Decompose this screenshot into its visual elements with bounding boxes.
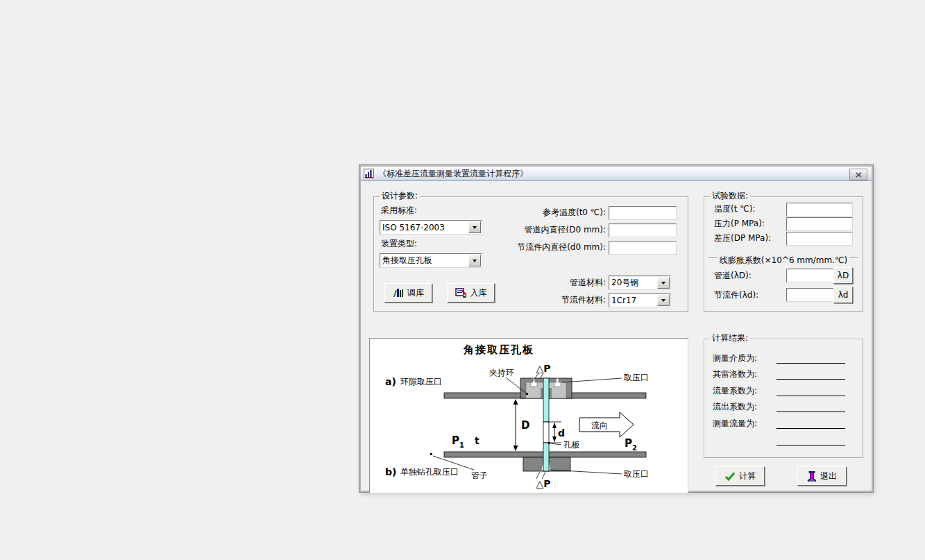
pipe-material-label: 管道材料: bbox=[485, 278, 606, 287]
floppy-save-icon bbox=[455, 288, 467, 298]
orifice-bore bbox=[543, 422, 549, 443]
ref-temp-input[interactable] bbox=[609, 206, 677, 220]
p2-sub: 2 bbox=[632, 444, 637, 452]
load-db-label: 调库 bbox=[407, 287, 424, 299]
pipe-material-value: 20号钢 bbox=[609, 277, 656, 289]
result-reynolds-label: 其雷洛数为: bbox=[713, 369, 757, 379]
dim-d-arrowhead bbox=[552, 436, 557, 442]
result-extra-line bbox=[777, 445, 845, 446]
load-db-button[interactable]: 调库 bbox=[384, 283, 432, 303]
icon-bar bbox=[371, 170, 372, 177]
section-a-label: 环隙取压口 bbox=[400, 377, 442, 387]
section-a-prefix: a) bbox=[385, 376, 396, 387]
section-b-label: 单独钻孔取压口 bbox=[400, 467, 459, 477]
pipe-diameter-label: 管道内直径(D0 mm): bbox=[485, 225, 606, 235]
pressure-input[interactable] bbox=[786, 217, 853, 231]
orifice-plate-upper bbox=[543, 378, 549, 422]
design-params-caption: 设计参数: bbox=[380, 192, 420, 201]
dim-D-arrowhead bbox=[514, 446, 518, 451]
dim-d-label: d bbox=[558, 427, 565, 439]
chevron-down-icon[interactable] bbox=[657, 294, 670, 306]
pipe-diameter-input[interactable] bbox=[609, 223, 677, 237]
close-x bbox=[856, 173, 861, 177]
results-caption: 计算结果: bbox=[710, 334, 750, 343]
test-data-group: 试验数据: 温度(t ℃): 压力(P MPa): 差压(DP MPa): 线膨… bbox=[704, 196, 863, 312]
throttle-diameter-input[interactable] bbox=[609, 241, 677, 255]
pipe-lambda-button[interactable]: λD bbox=[833, 267, 853, 284]
section-b-prefix: b) bbox=[385, 466, 396, 477]
standard-value: ISO 5167-2003 bbox=[380, 223, 468, 232]
icon-cap bbox=[809, 471, 815, 473]
pipe-label: 管子 bbox=[471, 470, 488, 480]
icon-bar bbox=[368, 172, 369, 177]
callout-line bbox=[551, 443, 561, 445]
standard-combobox[interactable]: ISO 5167-2003 bbox=[380, 220, 482, 235]
throttle-lambda-input[interactable] bbox=[786, 288, 835, 302]
temp-input[interactable] bbox=[786, 203, 853, 217]
close-icon bbox=[856, 172, 862, 178]
icon-baseline bbox=[365, 177, 373, 178]
diff-pressure-label: 差压(DP MPa): bbox=[714, 233, 771, 243]
device-type-value: 角接取压孔板 bbox=[380, 255, 468, 266]
design-params-group: 设计参数: 采用标准: ISO 5167-2003 装置类型: 角接取压孔板 调… bbox=[373, 196, 688, 312]
throttle-lambda-button[interactable]: λd bbox=[833, 287, 853, 303]
throttle-material-combobox[interactable]: 1Cr17 bbox=[609, 293, 671, 307]
clamp-ring-label: 夹持环 bbox=[489, 368, 514, 377]
result-flow-rate-label: 测量流量为: bbox=[713, 418, 757, 428]
temp-label: 温度(t ℃): bbox=[714, 204, 755, 214]
chevron-down-icon[interactable] bbox=[657, 277, 670, 289]
check-stroke bbox=[726, 473, 734, 480]
icon-bar bbox=[393, 290, 397, 297]
dim-d-arrowhead bbox=[552, 423, 557, 428]
pressure-label: 压力(P MPa): bbox=[714, 219, 765, 228]
p1-sub: 1 bbox=[459, 441, 464, 449]
exit-label: 退出 bbox=[820, 470, 837, 482]
result-line bbox=[777, 411, 845, 412]
delta-p-top-label: △P bbox=[536, 363, 550, 374]
annular-slot-left bbox=[531, 382, 537, 387]
chevron-down-icon[interactable] bbox=[468, 221, 481, 233]
tap-bottom-label: 取压口 bbox=[624, 469, 649, 479]
t-label: t bbox=[475, 435, 480, 446]
green-check-icon bbox=[724, 472, 736, 481]
app-window: 《标准差压流量测量装置流量计算程序》 设计参数: 采用标准: ISO 5167-… bbox=[359, 165, 873, 492]
p1-label: P bbox=[452, 434, 459, 447]
icon-bar bbox=[400, 290, 401, 297]
delta-p-bottom-label: △P bbox=[536, 478, 550, 489]
throttle-diameter-label: 节流件内直径(d0 mm): bbox=[485, 242, 606, 252]
throttle-material-value: 1Cr17 bbox=[609, 296, 656, 305]
chevron-down-icon[interactable] bbox=[468, 255, 481, 266]
calculate-button[interactable]: 计算 bbox=[715, 466, 765, 486]
result-line bbox=[777, 379, 845, 380]
window-title: 《标准差压流量测量装置流量计算程序》 bbox=[378, 168, 528, 180]
test-data-caption: 试验数据: bbox=[710, 192, 750, 201]
exit-button[interactable]: 退出 bbox=[797, 466, 847, 486]
pipe-lambda-input[interactable] bbox=[786, 269, 835, 282]
titlebar[interactable]: 《标准差压流量测量装置流量计算程序》 bbox=[361, 167, 872, 181]
device-type-combobox[interactable]: 角接取压孔板 bbox=[380, 253, 482, 268]
library-chart-icon bbox=[393, 288, 404, 298]
exit-door-icon bbox=[807, 470, 817, 482]
dim-D-label: D bbox=[521, 419, 529, 432]
app-bar-chart-icon bbox=[364, 169, 374, 178]
icon-post bbox=[811, 473, 814, 480]
throttle-lambda-label: 节流件(λd): bbox=[714, 290, 758, 300]
icon-disk-label bbox=[464, 295, 466, 296]
pressure-channel bbox=[557, 379, 559, 383]
flow-direction-label: 流向 bbox=[591, 421, 608, 430]
standard-label: 采用标准: bbox=[381, 205, 417, 215]
close-button[interactable] bbox=[849, 169, 867, 180]
throttle-material-label: 节流件材料: bbox=[485, 295, 606, 305]
callout-dot bbox=[430, 453, 432, 455]
diff-pressure-input[interactable] bbox=[786, 232, 853, 246]
pipe-lambda-label: 管道(λD): bbox=[714, 271, 752, 280]
expansion-coefficient-title: 线膨胀系数(×10^6 mm/mm.℃) bbox=[718, 255, 849, 265]
diagram-title: 角接取压孔板 bbox=[463, 343, 534, 356]
pipe-material-combobox[interactable]: 20号钢 bbox=[609, 275, 671, 290]
save-db-label: 入库 bbox=[470, 287, 487, 299]
client-area: 设计参数: 采用标准: ISO 5167-2003 装置类型: 角接取压孔板 调… bbox=[361, 181, 872, 491]
device-type-label: 装置类型: bbox=[381, 239, 417, 248]
result-line bbox=[777, 396, 845, 396]
callout-dot bbox=[548, 442, 550, 444]
icon-bar bbox=[397, 289, 399, 297]
